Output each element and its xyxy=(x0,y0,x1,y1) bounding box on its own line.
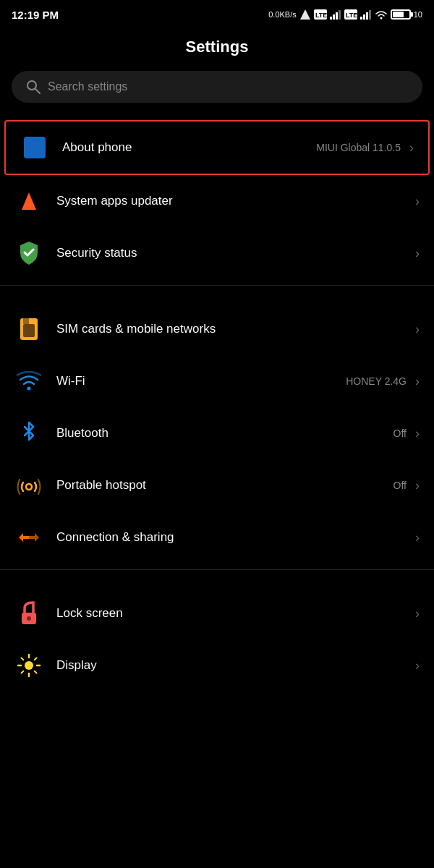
svg-rect-10 xyxy=(363,14,365,20)
about-phone-value: MIUI Global 11.0.5 xyxy=(316,142,401,153)
svg-line-30 xyxy=(22,658,24,660)
svg-line-15 xyxy=(35,89,40,93)
wifi-item[interactable]: Wi-Fi HONEY 2.4G › xyxy=(0,355,434,407)
lock-screen-chevron: › xyxy=(415,606,420,621)
svg-marker-20 xyxy=(23,318,29,324)
wifi-status-icon xyxy=(375,9,388,20)
svg-rect-19 xyxy=(23,324,35,337)
hotspot-item[interactable]: Portable hotspot Off › xyxy=(0,459,434,511)
hotspot-chevron: › xyxy=(415,478,420,493)
battery-icon xyxy=(391,9,411,20)
svg-line-33 xyxy=(22,671,24,673)
hotspot-value: Off xyxy=(393,480,407,491)
security-status-chevron: › xyxy=(415,246,420,261)
about-phone-item[interactable]: About phone MIUI Global 11.0.5 › xyxy=(4,120,430,175)
display-label: Display xyxy=(56,658,415,673)
svg-rect-5 xyxy=(336,12,338,20)
wifi-value: HONEY 2.4G xyxy=(346,375,407,387)
bluetooth-label: Bluetooth xyxy=(56,426,393,441)
system-apps-updater-item[interactable]: System apps updater › xyxy=(0,175,434,227)
svg-point-22 xyxy=(26,484,32,490)
about-phone-chevron: › xyxy=(409,140,414,156)
svg-line-32 xyxy=(35,658,37,660)
svg-text:LTE: LTE xyxy=(346,12,357,19)
connection-sharing-item[interactable]: Connection & sharing › xyxy=(0,511,434,563)
bluetooth-value: Off xyxy=(393,427,407,439)
bluetooth-icon xyxy=(14,419,43,448)
lock-screen-item[interactable]: Lock screen › xyxy=(0,587,434,639)
hotspot-right: Off › xyxy=(393,478,420,493)
system-updater-chevron: › xyxy=(415,194,420,209)
svg-rect-3 xyxy=(330,17,332,20)
wifi-icon xyxy=(14,367,43,396)
wifi-right: HONEY 2.4G › xyxy=(346,374,420,389)
sim-cards-item[interactable]: SIM cards & mobile networks › xyxy=(0,303,434,355)
display-content: Display xyxy=(56,658,415,673)
svg-rect-12 xyxy=(369,10,371,20)
signal-icon xyxy=(299,9,311,20)
lock-icon xyxy=(14,599,43,628)
svg-line-31 xyxy=(35,671,37,673)
sim-cards-content: SIM cards & mobile networks xyxy=(56,322,415,336)
lock-screen-label: Lock screen xyxy=(56,606,415,621)
about-phone-content: About phone xyxy=(62,140,316,155)
wifi-content: Wi-Fi xyxy=(56,374,346,388)
display-chevron: › xyxy=(415,658,420,673)
status-icons: 0.0KB/s LTE LTE xyxy=(268,9,422,20)
hotspot-icon xyxy=(14,471,43,500)
battery-percent: 10 xyxy=(414,10,422,19)
search-bar[interactable]: Search settings xyxy=(12,71,422,103)
svg-rect-9 xyxy=(360,17,362,20)
status-time: 12:19 PM xyxy=(12,9,59,21)
bluetooth-content: Bluetooth xyxy=(56,426,393,441)
lock-screen-right: › xyxy=(415,606,420,621)
sim-cards-right: › xyxy=(415,322,420,337)
svg-point-24 xyxy=(27,616,31,621)
about-phone-label: About phone xyxy=(62,140,316,155)
system-updater-right: › xyxy=(415,194,420,209)
security-status-content: Security status xyxy=(56,246,415,260)
sim-cards-chevron: › xyxy=(415,322,420,337)
svg-text:LTE: LTE xyxy=(315,12,327,19)
security-status-right: › xyxy=(415,246,420,261)
page-title: Settings xyxy=(0,26,434,71)
system-updater-content: System apps updater xyxy=(56,194,415,208)
svg-point-21 xyxy=(27,387,31,391)
divider-2 xyxy=(0,569,434,570)
phone-icon xyxy=(20,133,49,162)
search-icon xyxy=(26,80,41,94)
svg-rect-4 xyxy=(333,14,335,20)
signal-bars2-icon xyxy=(360,9,372,20)
update-icon xyxy=(14,187,43,216)
svg-point-13 xyxy=(380,17,382,20)
svg-point-14 xyxy=(27,81,36,90)
status-bar: 12:19 PM 0.0KB/s LTE LTE xyxy=(0,0,434,26)
svg-point-25 xyxy=(25,661,33,670)
hotspot-label: Portable hotspot xyxy=(56,478,393,493)
display-right: › xyxy=(415,658,420,673)
bluetooth-item[interactable]: Bluetooth Off › xyxy=(0,407,434,459)
network-speed: 0.0KB/s xyxy=(268,10,297,19)
security-status-item[interactable]: Security status › xyxy=(0,227,434,279)
signal-bars-icon xyxy=(330,9,341,20)
bluetooth-right: Off › xyxy=(393,426,420,441)
sim-icon xyxy=(14,315,43,344)
wifi-chevron: › xyxy=(415,374,420,389)
security-status-label: Security status xyxy=(56,246,415,260)
system-updater-label: System apps updater xyxy=(56,194,415,208)
lte-icon: LTE xyxy=(314,9,327,20)
connection-sharing-chevron: › xyxy=(415,530,420,545)
search-placeholder: Search settings xyxy=(48,80,127,93)
wifi-label: Wi-Fi xyxy=(56,374,346,388)
svg-rect-11 xyxy=(366,12,368,20)
svg-marker-0 xyxy=(300,9,310,20)
divider-1 xyxy=(0,285,434,286)
hotspot-content: Portable hotspot xyxy=(56,478,393,493)
display-item[interactable]: Display › xyxy=(0,639,434,692)
connection-sharing-label: Connection & sharing xyxy=(56,530,415,545)
svg-rect-6 xyxy=(339,10,341,20)
lock-screen-content: Lock screen xyxy=(56,606,415,621)
svg-rect-17 xyxy=(27,201,31,210)
about-phone-right: MIUI Global 11.0.5 › xyxy=(316,140,414,156)
bluetooth-chevron: › xyxy=(415,426,420,441)
